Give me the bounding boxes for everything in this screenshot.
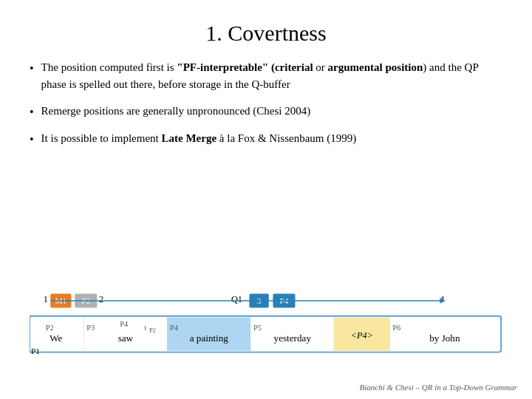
- bullet-dot-2: •: [30, 103, 34, 121]
- bullet-dot-3: •: [30, 131, 34, 149]
- cell-yesterday-text: yesterday: [274, 332, 312, 344]
- diagram-area: 1 M1 P2 2 Q1 3 P4 4 P1: [30, 288, 502, 384]
- footer-text: Bianchi & Chesi – QR in a Top-Down Gramm…: [360, 383, 518, 392]
- cell-p4-label: P4: [170, 324, 179, 332]
- cell-p4-saw-label: P4: [120, 320, 129, 328]
- bullet-item-3: • It is possible to implement Late Merge…: [30, 130, 502, 149]
- num-1: 1: [44, 294, 48, 304]
- cell-byjohn-text: by John: [429, 332, 460, 344]
- bold-argumental: argumental position: [328, 61, 423, 73]
- num-2: 2: [99, 294, 103, 304]
- cell-p4-angled-text: <P4>: [351, 330, 373, 341]
- p1-label: P1: [31, 347, 40, 355]
- bullet-text-1: The position computed first is "PF-inter…: [41, 59, 502, 94]
- bullet-dot-1: •: [30, 60, 34, 78]
- slide-title: 1. Covertness: [30, 21, 502, 46]
- slide: 1. Covertness • The position computed fi…: [0, 0, 532, 399]
- bullet-item-1: • The position computed first is "PF-int…: [30, 59, 502, 94]
- cell-saw-text: saw: [118, 332, 134, 344]
- cell-we-text: We: [50, 332, 62, 344]
- cell-p5-label: P5: [253, 324, 262, 332]
- bullet-text-2: Remerge positions are generally unpronou…: [41, 103, 311, 120]
- bullet-list: • The position computed first is "PF-int…: [30, 59, 502, 281]
- cell-tp2-sub: P2: [149, 327, 156, 334]
- cell-p2-we-bg: [42, 318, 83, 351]
- num-q1: Q1: [231, 294, 242, 304]
- bullet-item-2: • Remerge positions are generally unpron…: [30, 103, 502, 121]
- diagram-svg: 1 M1 P2 2 Q1 3 P4 4 P1: [30, 288, 502, 384]
- bullet-text-3: It is possible to implement Late Merge à…: [41, 130, 357, 147]
- cell-p2-label: P2: [46, 324, 54, 332]
- bold-pf: "PF-interpretable" (criterial: [177, 61, 313, 73]
- cell-p3-label: P3: [86, 324, 95, 332]
- cell-apainting-text: a painting: [190, 332, 229, 344]
- bold-late-merge: Late Merge: [162, 132, 217, 144]
- cell-tp2-label: t: [144, 324, 146, 332]
- cell-p6-label: P6: [392, 324, 400, 332]
